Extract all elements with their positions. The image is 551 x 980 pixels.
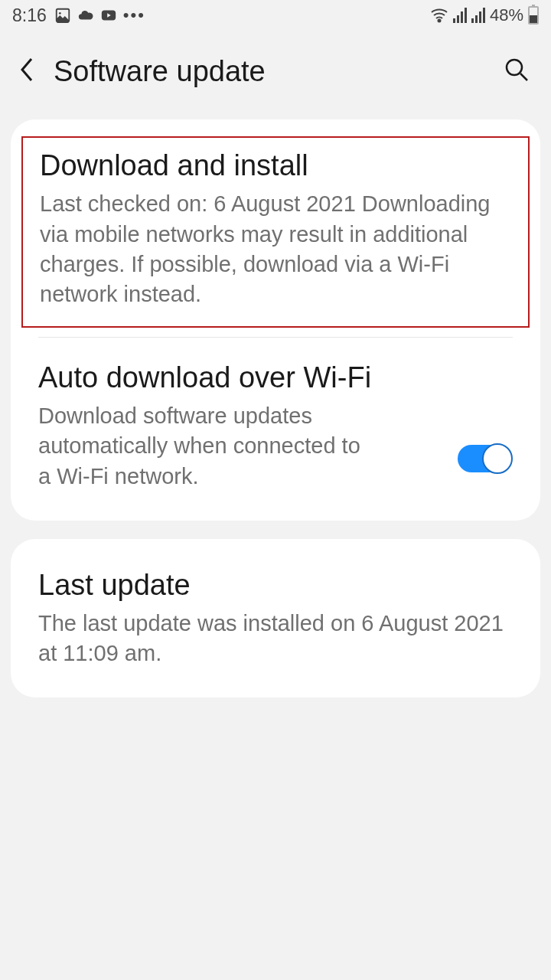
more-icon: •••: [123, 5, 145, 25]
auto-download-item[interactable]: Auto download over Wi-Fi Download softwa…: [11, 338, 540, 514]
auto-download-title: Auto download over Wi-Fi: [38, 359, 439, 397]
signal-icon-1: [453, 8, 467, 23]
battery-icon: [528, 6, 539, 24]
svg-point-4: [507, 60, 522, 75]
status-bar: 8:16 ••• 48%: [0, 0, 551, 31]
cloud-icon: [77, 7, 94, 24]
status-notification-icons: •••: [54, 5, 145, 25]
svg-point-3: [438, 20, 440, 22]
download-install-item[interactable]: Download and install Last checked on: 6 …: [21, 136, 530, 328]
svg-line-5: [520, 74, 527, 80]
settings-card-2: Last update The last update was installe…: [11, 539, 540, 698]
search-icon: [504, 57, 530, 83]
last-update-title: Last update: [38, 567, 513, 604]
settings-card-1: Download and install Last checked on: 6 …: [11, 119, 540, 521]
signal-icon-2: [471, 8, 485, 23]
svg-point-1: [59, 12, 61, 15]
wifi-icon: [430, 8, 448, 23]
page-title: Software update: [54, 55, 500, 88]
image-icon: [54, 7, 71, 24]
auto-download-toggle[interactable]: [455, 443, 513, 474]
last-update-item[interactable]: Last update The last update was installe…: [11, 545, 540, 692]
status-left: 8:16 •••: [12, 5, 145, 26]
download-install-description: Last checked on: 6 August 2021 Downloadi…: [40, 189, 511, 309]
auto-download-description: Download software updates automatically …: [38, 401, 375, 491]
download-install-title: Download and install: [40, 147, 511, 185]
status-right: 48%: [430, 5, 539, 25]
back-button[interactable]: [18, 56, 35, 87]
battery-percent: 48%: [490, 5, 523, 25]
search-button[interactable]: [500, 54, 533, 89]
last-update-description: The last update was installed on 6 Augus…: [38, 609, 513, 668]
youtube-icon: [100, 7, 117, 24]
status-time: 8:16: [12, 5, 47, 26]
chevron-left-icon: [18, 56, 35, 83]
app-header: Software update: [0, 31, 551, 119]
